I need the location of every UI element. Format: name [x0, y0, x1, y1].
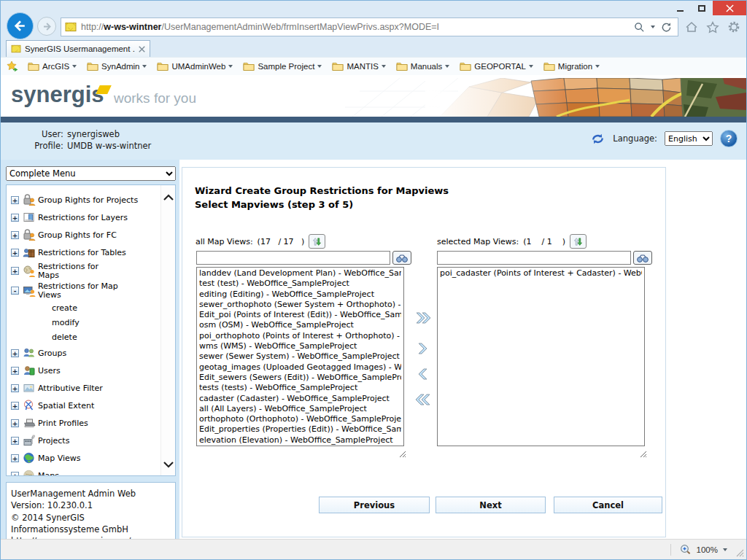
mapview-option[interactable]: all (All Layers) - WebOffice_SampleProje… — [199, 404, 401, 414]
window-resize-grip[interactable] — [736, 549, 744, 557]
favorite-arcgis[interactable]: ArcGIS — [23, 60, 82, 74]
tree-item-label[interactable]: Restrictions for Maps — [38, 262, 120, 280]
tree-item-label[interactable]: Spatial Extent — [38, 401, 94, 411]
tree-item-label[interactable]: Groups — [38, 349, 66, 358]
search-icon[interactable] — [634, 22, 645, 33]
tree-scrollbar[interactable] — [160, 185, 175, 475]
close-button[interactable] — [713, 1, 746, 15]
expand-icon[interactable]: + — [11, 214, 19, 222]
tree-item-label[interactable]: Map Views — [38, 454, 81, 463]
expand-icon[interactable]: + — [11, 367, 19, 375]
browser-tab[interactable]: SynerGIS Usermanagement ... — [6, 40, 150, 57]
back-button[interactable] — [7, 12, 34, 39]
favorite-mantis[interactable]: MANTIS — [328, 60, 391, 74]
tree-subitem-modify[interactable]: modify — [11, 315, 158, 330]
tree-item-label[interactable]: Restrictions for Layers — [38, 213, 128, 222]
tree-item-label[interactable]: Maps — [38, 471, 59, 477]
tab-close-icon[interactable] — [139, 46, 145, 52]
tree-item-label[interactable]: Group Rights for Projects — [38, 195, 138, 205]
favorite-migration[interactable]: Migration — [539, 60, 605, 74]
home-icon[interactable] — [685, 21, 698, 33]
search-selected-button[interactable] — [633, 251, 652, 265]
mapview-option[interactable]: sewer (Sewer System) - WebOffice_SampleP… — [199, 351, 401, 362]
mapview-option[interactable]: sewer_orthophoto (Sewer System + Orthoph… — [199, 300, 401, 310]
move-all-left-button[interactable] — [413, 391, 433, 408]
tree-subitem-create[interactable]: create — [11, 300, 158, 315]
previous-button[interactable]: Previous — [319, 497, 430, 513]
search-dropdown-icon[interactable] — [651, 26, 655, 28]
mapview-option[interactable]: osm (OSM) - WebOffice_SampleProject — [199, 320, 401, 330]
move-right-button[interactable] — [413, 340, 433, 357]
expand-icon[interactable]: + — [11, 267, 19, 275]
cancel-button[interactable]: Cancel — [554, 497, 662, 513]
next-button[interactable]: Next — [436, 497, 546, 513]
address-bar[interactable]: http://w-ws-wintner/UserManagementAdminW… — [61, 18, 678, 36]
favorites-star-icon[interactable] — [706, 21, 719, 34]
reload-language-icon[interactable] — [590, 132, 605, 146]
favorite-manuals[interactable]: Manuals — [392, 60, 455, 74]
favorite-synadmin[interactable]: SynAdmin — [82, 60, 152, 74]
search-all-button[interactable] — [392, 251, 411, 265]
selected-mapviews-listbox[interactable]: poi_cadaster (Points of Interest + Cadas… — [437, 267, 645, 446]
minimize-button[interactable] — [669, 1, 691, 15]
expand-icon[interactable]: + — [11, 249, 19, 257]
mapview-option[interactable]: Edit_poi (Points of Interest (Edit)) - W… — [199, 310, 401, 320]
gear-icon[interactable] — [727, 20, 740, 34]
mapview-option[interactable]: orthophoto (Orthophoto) - WebOffice_Samp… — [199, 414, 401, 424]
resize-grip-icon[interactable] — [399, 451, 406, 458]
mapview-option[interactable]: Edit_properties (Properties (Edit)) - We… — [199, 424, 401, 435]
mapview-option[interactable]: landdev (Land Development Plan) - WebOff… — [199, 268, 401, 279]
expand-icon[interactable]: + — [11, 472, 19, 477]
maximize-button[interactable] — [691, 1, 713, 15]
expand-icon[interactable]: + — [11, 349, 19, 357]
scroll-down-icon[interactable] — [163, 462, 174, 468]
tree-item-label[interactable]: Attributive Filter — [38, 384, 103, 393]
expand-icon[interactable]: + — [11, 454, 19, 462]
mapview-option[interactable]: cadaster (Cadaster) - WebOffice_SamplePr… — [199, 394, 401, 404]
scroll-up-icon[interactable] — [163, 194, 174, 201]
tree-item-label[interactable]: Print Profiles — [38, 419, 88, 428]
zoom-icon[interactable] — [680, 544, 692, 556]
mapview-option[interactable]: poi_orthophoto (Points of Interest + Ort… — [199, 331, 401, 341]
tree-item-label[interactable]: Restrictions for Map Views — [38, 282, 120, 300]
forward-button[interactable] — [37, 17, 56, 36]
expand-icon[interactable]: + — [11, 231, 19, 239]
mapview-option[interactable]: test (test) - WebOffice_SampleProject — [199, 279, 401, 289]
expand-icon[interactable]: + — [11, 196, 19, 204]
language-select[interactable]: English — [665, 131, 713, 146]
zoom-dropdown-icon[interactable] — [723, 548, 727, 551]
favorite-sample-project[interactable]: Sample Project — [239, 60, 328, 74]
expand-icon[interactable]: + — [11, 437, 19, 445]
mapview-option[interactable]: geotag_images (Uploaded Geotagged Images… — [199, 362, 401, 373]
sort-all-button[interactable] — [309, 234, 325, 249]
move-all-right-button[interactable] — [413, 309, 433, 326]
mapview-option[interactable]: editing (Editing) - WebOffice_SampleProj… — [199, 289, 401, 300]
menu-select[interactable]: Complete Menu — [6, 166, 176, 181]
all-mapviews-listbox[interactable]: landdev (Land Development Plan) - WebOff… — [196, 267, 404, 446]
tree-subitem-delete[interactable]: delete — [11, 330, 158, 344]
sort-selected-button[interactable] — [570, 234, 587, 249]
tree-item-label[interactable]: Group Rights for FC — [38, 230, 117, 240]
tree-item-label[interactable]: Projects — [38, 436, 69, 446]
expand-icon[interactable]: + — [11, 402, 19, 410]
mapview-option[interactable]: wms (WMS) - WebOffice_SampleProject — [199, 341, 401, 351]
favorite-geoportal[interactable]: GEOPORTAL — [455, 60, 539, 74]
mapview-option[interactable]: poi_cadaster (Points of Interest + Cadas… — [440, 268, 642, 279]
mapview-option[interactable]: elevation (Elevation) - WebOffice_Sample… — [199, 435, 401, 446]
expand-icon[interactable]: + — [11, 384, 19, 392]
navigation-tree-panel: +Group Rights for Projects+Restrictions … — [6, 184, 176, 476]
collapse-icon[interactable]: - — [11, 287, 19, 295]
mapview-option[interactable]: tests (tests) - WebOffice_SampleProject — [199, 383, 401, 393]
resize-grip-icon[interactable] — [640, 451, 647, 458]
help-icon[interactable]: ? — [720, 130, 738, 147]
move-left-button[interactable] — [413, 365, 433, 382]
favorite-umadminweb[interactable]: UMAdminWeb — [152, 60, 239, 74]
selected-mapviews-search-input[interactable] — [437, 251, 631, 265]
add-favorite-icon[interactable] — [6, 61, 19, 72]
refresh-icon[interactable] — [661, 22, 672, 33]
all-mapviews-search-input[interactable] — [196, 251, 390, 265]
tree-item-label[interactable]: Restrictions for Tables — [38, 248, 126, 257]
tree-item-label[interactable]: Users — [38, 366, 61, 376]
mapview-option[interactable]: Edit_sewers (Sewers (Edit)) - WebOffice_… — [199, 373, 401, 383]
expand-icon[interactable]: + — [11, 419, 19, 427]
